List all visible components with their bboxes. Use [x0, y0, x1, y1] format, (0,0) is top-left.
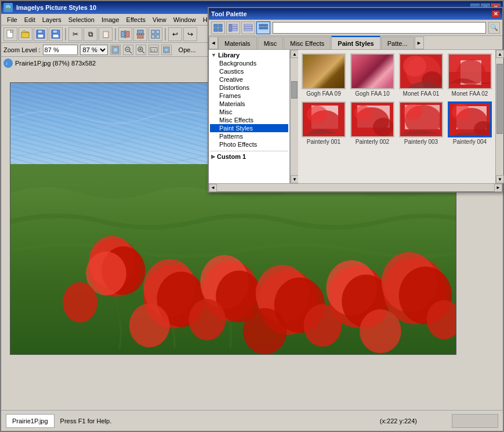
save-button[interactable] — [34, 27, 48, 41]
lib-item-paint-styles[interactable]: Paint Styles — [210, 124, 288, 132]
svg-point-98 — [373, 118, 394, 136]
menu-image[interactable]: Image — [98, 15, 123, 24]
thumb-gogh09-img — [302, 53, 346, 89]
svg-rect-75 — [262, 24, 263, 26]
lib-item-materials[interactable]: Materials — [210, 100, 288, 108]
lib-item-frames[interactable]: Frames — [210, 92, 288, 100]
menu-effects[interactable]: Effects — [123, 15, 149, 24]
svg-point-56 — [63, 282, 97, 323]
menu-layers[interactable]: Layers — [39, 15, 65, 24]
svg-rect-70 — [232, 29, 237, 31]
expand-icon-custom: ▶ — [211, 154, 215, 159]
redo-button[interactable]: ↪ — [183, 27, 197, 41]
tab-paint-styles[interactable]: Paint Styles — [331, 36, 380, 49]
scroll-up-button[interactable]: ▲ — [291, 50, 299, 58]
palette-close-button[interactable]: ✕ — [492, 10, 500, 17]
file-tab[interactable]: Prairie1P.jpg — [6, 414, 55, 428]
svg-rect-69 — [232, 27, 237, 28]
cut-button[interactable]: ✂ — [68, 27, 82, 41]
undo-button[interactable]: ↩ — [168, 27, 182, 41]
thumb-painterly001[interactable]: Painterly 001 — [300, 100, 347, 146]
zoom-input[interactable] — [43, 45, 78, 55]
palette-search-input[interactable] — [273, 22, 486, 34]
lib-item-misc-effects[interactable]: Misc Effects — [210, 116, 288, 124]
flip-h-button[interactable] — [118, 27, 132, 41]
thumb-painterly004[interactable]: Painterly 004 — [447, 100, 493, 146]
thumb-scroll-up-button[interactable]: ▲ — [496, 50, 504, 58]
thumb-gogh09[interactable]: Gogh FAA 09 — [300, 52, 347, 98]
svg-rect-7 — [38, 34, 43, 38]
lib-item-caustics[interactable]: Caustics — [210, 67, 288, 75]
tab-misc-effects[interactable]: Misc Effects — [284, 37, 331, 49]
svg-rect-72 — [244, 27, 252, 28]
tab-prev-button[interactable]: ◄ — [209, 37, 218, 49]
library-label: Library — [218, 52, 240, 59]
menu-file[interactable]: File — [3, 15, 21, 24]
palette-search-button[interactable]: 🔍 — [488, 22, 500, 34]
thumb-painterly003[interactable]: Painterly 003 — [398, 100, 444, 146]
palette-view1-button[interactable] — [211, 21, 225, 34]
svg-rect-64 — [219, 24, 222, 27]
lib-item-distortions[interactable]: Distortions — [210, 84, 288, 92]
zoom-in-button[interactable] — [136, 45, 146, 55]
tab-next-button[interactable]: ► — [415, 37, 424, 49]
open-button[interactable] — [19, 27, 32, 41]
thumb-painterly002[interactable]: Painterly 002 — [349, 100, 396, 146]
tab-materials[interactable]: Materials — [218, 37, 257, 49]
paste-button[interactable]: 📋 — [99, 27, 113, 41]
zoom-label: Zoom Level : — [3, 46, 41, 53]
menu-edit[interactable]: Edit — [21, 15, 39, 24]
palette-view4-button[interactable] — [256, 21, 270, 34]
scroll-thumb[interactable] — [291, 81, 298, 99]
zoom-fit-button[interactable] — [123, 45, 133, 55]
custom1-header[interactable]: ▶ Custom 1 — [210, 153, 288, 161]
lib-item-backgrounds[interactable]: Backgrounds — [210, 59, 288, 67]
svg-rect-23 — [113, 48, 118, 52]
lib-item-creative[interactable]: Creative — [210, 75, 288, 84]
thumb-painterly002-img — [350, 101, 394, 137]
svg-line-25 — [129, 51, 132, 53]
thumb-painterly003-img — [399, 101, 443, 137]
svg-point-97 — [354, 106, 372, 121]
new-button[interactable] — [3, 27, 17, 41]
grid-view-button[interactable] — [148, 27, 162, 41]
copy-button[interactable]: ⧉ — [84, 27, 97, 41]
thumb-gogh10-preview — [351, 55, 393, 88]
svg-rect-34 — [165, 48, 168, 52]
thumb-monet02-svg — [449, 55, 492, 89]
zoom-select[interactable]: 87 % — [80, 45, 108, 55]
svg-rect-20 — [151, 35, 155, 38]
hscroll-left-button[interactable]: ◄ — [209, 184, 217, 192]
library-footer: ▶ Custom 1 — [210, 151, 288, 161]
resize-button[interactable] — [161, 45, 172, 55]
lib-item-patterns[interactable]: Patterns — [210, 132, 288, 140]
menu-selection[interactable]: Selection — [65, 15, 98, 24]
thumb-scroll-thumb[interactable] — [496, 64, 503, 134]
palette-view2-button[interactable] — [226, 21, 240, 34]
svg-rect-73 — [244, 29, 252, 31]
thumb-monet02[interactable]: Monet FAA 02 — [447, 52, 493, 98]
thumb-scroll-down-button[interactable]: ▼ — [496, 175, 504, 183]
thumb-scroll-track — [496, 58, 503, 175]
svg-rect-18 — [151, 30, 155, 34]
zoom-actual-button[interactable] — [110, 45, 121, 55]
lib-item-photo-effects[interactable]: Photo Effects — [210, 140, 288, 148]
svg-rect-67 — [229, 24, 231, 31]
menu-view[interactable]: View — [149, 15, 170, 24]
flip-v-button[interactable] — [133, 27, 147, 41]
hscroll-right-button[interactable]: ► — [494, 184, 502, 192]
save-as-button[interactable]: + — [49, 27, 63, 41]
library-header[interactable]: ▼ Library — [210, 51, 288, 59]
svg-rect-16 — [137, 35, 143, 38]
thumb-monet01-svg — [400, 55, 443, 89]
palette-view3-button[interactable] — [241, 21, 255, 34]
menu-window[interactable]: Window — [170, 15, 200, 24]
thumb-monet01[interactable]: Monet FAA 01 — [398, 52, 444, 98]
scroll-down-button[interactable]: ▼ — [291, 175, 299, 183]
tab-patterns[interactable]: Patte... — [381, 37, 414, 49]
zoom-100-button[interactable]: 1:1 — [148, 45, 159, 55]
tab-misc[interactable]: Misc — [258, 37, 284, 49]
thumb-painterly002-svg — [351, 103, 394, 137]
lib-item-misc[interactable]: Misc — [210, 108, 288, 116]
thumb-gogh10[interactable]: Gogh FAA 10 — [349, 52, 396, 98]
